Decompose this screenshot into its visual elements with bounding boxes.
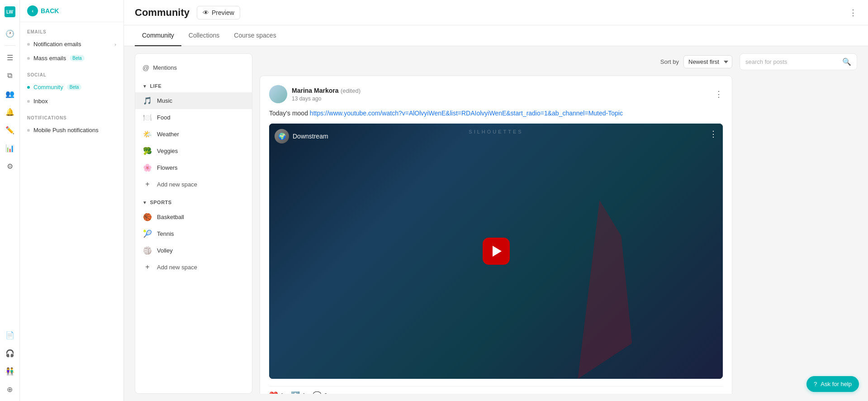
history-icon[interactable]: 🕐 — [2, 25, 18, 42]
avatar-image — [269, 85, 287, 103]
comment-count: 0 — [324, 392, 327, 394]
heart-count: 1 — [280, 392, 284, 394]
veggies-icon: 🥦 — [142, 147, 152, 155]
heart-reaction[interactable]: ❤️ 1 — [269, 391, 284, 394]
emails-section: EMAILS Notification emails › Mass emails… — [20, 22, 123, 65]
video-more-button[interactable]: ⋮ — [709, 129, 717, 139]
post-link[interactable]: https://www.youtube.com/watch?v=AlOlvyiW… — [310, 110, 623, 117]
space-music[interactable]: 🎵 Music — [135, 92, 252, 109]
preview-button[interactable]: 👁 Preview — [197, 6, 240, 19]
back-button[interactable]: ‹ BACK — [27, 5, 59, 16]
community-nav-label: Community — [33, 84, 63, 91]
tab-collections[interactable]: Collections — [181, 25, 227, 46]
at-icon: @ — [142, 64, 149, 72]
video-play-button[interactable] — [483, 238, 510, 265]
sports-collapse-icon: ▼ — [142, 200, 147, 205]
space-tennis[interactable]: 🎾 Tennis — [135, 225, 252, 242]
music-label: Music — [157, 97, 172, 104]
settings-top-icon[interactable]: ⚙ — [2, 158, 18, 174]
pencil-icon[interactable]: ✏️ — [2, 122, 18, 138]
video-channel-avatar: 🌍 — [275, 129, 289, 143]
content-area: @ Mentions ▼ LIFE 🎵 Music 🍽️ Food � — [124, 46, 868, 401]
notification-emails-item[interactable]: Notification emails › — [20, 37, 123, 51]
app-logo[interactable]: LW — [2, 4, 18, 20]
back-label: BACK — [41, 7, 59, 14]
mentions-item[interactable]: @ Mentions — [135, 59, 252, 76]
flowers-icon: 🌸 — [142, 163, 152, 172]
add-sports-icon: + — [142, 263, 152, 271]
inbox-nav-item[interactable]: Inbox — [20, 94, 123, 108]
play-triangle-icon — [493, 246, 502, 257]
main-content: Community 👁 Preview ⋮ Community Collecti… — [124, 0, 868, 401]
volley-label: Volley — [157, 247, 173, 254]
users-icon[interactable]: 👥 — [2, 86, 18, 102]
sort-bar: Sort by Newest first Oldest first Most l… — [260, 53, 732, 70]
thumbsup-count: 1 — [302, 392, 305, 394]
community-nav-item[interactable]: Community Beta — [20, 80, 123, 94]
bell-icon[interactable]: 🔔 — [2, 104, 18, 120]
chart-icon[interactable]: 📊 — [2, 140, 18, 156]
thumbsup-reaction[interactable]: ⬆️ 1 — [291, 391, 305, 394]
life-collapse-icon: ▼ — [142, 84, 147, 89]
post-text-content: Today's mood — [269, 110, 310, 117]
chevron-icon: › — [114, 42, 116, 47]
add-space-sports[interactable]: + Add new space — [135, 259, 252, 275]
post-text: Today's mood https://www.youtube.com/wat… — [269, 109, 723, 118]
tab-course-spaces[interactable]: Course spaces — [227, 25, 283, 46]
tab-community[interactable]: Community — [135, 25, 181, 46]
group-icon[interactable]: 👫 — [2, 363, 18, 379]
weather-icon: 🌤️ — [142, 130, 152, 138]
channel-icon: 🌍 — [278, 133, 286, 140]
topbar: Community 👁 Preview ⋮ — [124, 0, 868, 25]
mobile-push-item[interactable]: Mobile Push notifications — [20, 123, 123, 137]
tennis-label: Tennis — [157, 230, 174, 237]
add-space-life[interactable]: + Add new space — [135, 176, 252, 192]
topbar-kebab-icon[interactable]: ⋮ — [849, 8, 857, 17]
layers-icon[interactable]: ⧉ — [2, 67, 18, 84]
notifications-section-label: NOTIFICATIONS — [20, 108, 123, 123]
post-kebab-icon[interactable]: ⋮ — [715, 89, 723, 99]
mass-emails-item[interactable]: Mass emails Beta — [20, 51, 123, 65]
inbox-nav-label: Inbox — [33, 98, 48, 105]
space-volley[interactable]: 🏐 Volley — [135, 242, 252, 259]
help-button[interactable]: ? Ask for help — [806, 376, 859, 392]
life-section: ▼ LIFE 🎵 Music 🍽️ Food 🌤️ Weather 🥦 — [135, 80, 252, 192]
video-watermark: SILHOUETTES — [269, 129, 723, 134]
mentions-label: Mentions — [153, 64, 177, 71]
author-avatar — [269, 85, 287, 103]
sports-section: ▼ SPORTS 🏀 Basketball 🎾 Tennis 🏐 Volley … — [135, 196, 252, 275]
page-icon[interactable]: 📄 — [2, 327, 18, 343]
post-time: 13 days ago — [292, 95, 710, 102]
comment-emoji: 💬 — [313, 391, 322, 394]
mobile-push-dot-icon — [27, 129, 30, 132]
space-veggies[interactable]: 🥦 Veggies — [135, 143, 252, 159]
space-weather[interactable]: 🌤️ Weather — [135, 126, 252, 143]
sports-section-header[interactable]: ▼ SPORTS — [135, 196, 252, 209]
space-flowers[interactable]: 🌸 Flowers — [135, 159, 252, 176]
nav-header: ‹ BACK — [20, 0, 123, 22]
comment-reaction[interactable]: 💬 0 — [313, 391, 327, 394]
add-circle-icon[interactable]: ⊕ — [2, 381, 18, 397]
nav-sidebar: ‹ BACK EMAILS Notification emails › Mass… — [20, 0, 124, 401]
space-basketball[interactable]: 🏀 Basketball — [135, 209, 252, 225]
space-food[interactable]: 🍽️ Food — [135, 109, 252, 126]
search-box: 🔍 — [740, 53, 857, 70]
tabs-bar: Community Collections Course spaces — [124, 25, 868, 46]
add-space-life-label: Add new space — [157, 181, 197, 188]
basketball-icon: 🏀 — [142, 213, 152, 221]
music-icon: 🎵 — [142, 96, 152, 105]
tab-course-spaces-label: Course spaces — [234, 32, 276, 39]
author-name: Marina Markora — [292, 87, 338, 94]
life-section-header[interactable]: ▼ LIFE — [135, 80, 252, 92]
search-icon[interactable]: 🔍 — [842, 57, 851, 66]
video-embed[interactable]: SILHOUETTES 🌍 Downstream ⋮ — [269, 124, 723, 379]
divider — [5, 45, 15, 46]
search-input[interactable] — [745, 58, 839, 65]
headset-icon[interactable]: 🎧 — [2, 345, 18, 361]
emails-section-label: EMAILS — [20, 22, 123, 37]
sort-select[interactable]: Newest first Oldest first Most liked — [683, 55, 732, 68]
list-icon[interactable]: ☰ — [2, 49, 18, 66]
weather-label: Weather — [157, 131, 179, 138]
video-title: Downstream — [293, 133, 328, 140]
basketball-label: Basketball — [157, 214, 184, 220]
